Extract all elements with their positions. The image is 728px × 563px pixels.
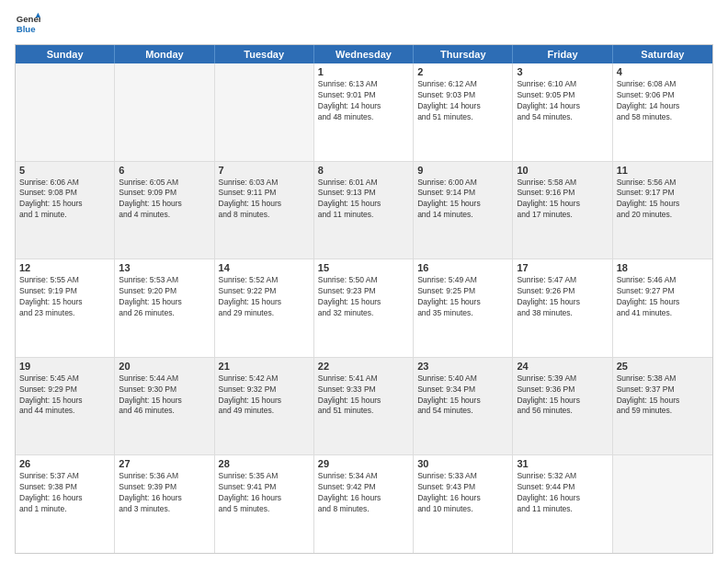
calendar-cell: 6Sunrise: 6:05 AM Sunset: 9:09 PM Daylig… [115, 162, 214, 259]
calendar-cell: 28Sunrise: 5:35 AM Sunset: 9:41 PM Dayli… [215, 455, 314, 553]
day-header-thursday: Thursday [414, 45, 513, 63]
cell-info: Sunrise: 5:33 AM Sunset: 9:43 PM Dayligh… [417, 471, 508, 515]
cell-info: Sunrise: 5:34 AM Sunset: 9:42 PM Dayligh… [318, 471, 409, 515]
cell-info: Sunrise: 6:06 AM Sunset: 9:08 PM Dayligh… [19, 178, 110, 222]
cell-info: Sunrise: 5:53 AM Sunset: 9:20 PM Dayligh… [119, 275, 210, 319]
cell-info: Sunrise: 6:00 AM Sunset: 9:14 PM Dayligh… [417, 178, 508, 222]
cell-date-number: 27 [119, 458, 210, 469]
cell-date-number: 4 [617, 66, 709, 77]
cell-info: Sunrise: 5:35 AM Sunset: 9:41 PM Dayligh… [219, 471, 310, 515]
calendar-cell: 21Sunrise: 5:42 AM Sunset: 9:32 PM Dayli… [215, 358, 314, 455]
cell-info: Sunrise: 5:55 AM Sunset: 9:19 PM Dayligh… [19, 275, 110, 319]
day-header-tuesday: Tuesday [215, 45, 314, 63]
calendar-cell [115, 63, 214, 161]
calendar-cell: 8Sunrise: 6:01 AM Sunset: 9:13 PM Daylig… [314, 162, 414, 259]
calendar-cell: 17Sunrise: 5:47 AM Sunset: 9:26 PM Dayli… [513, 259, 612, 357]
cell-date-number: 14 [219, 262, 310, 273]
page: General Blue SundayMondayTuesdayWednesda… [0, 0, 728, 563]
calendar-cell: 23Sunrise: 5:40 AM Sunset: 9:34 PM Dayli… [414, 358, 513, 455]
calendar-cell: 1Sunrise: 6:13 AM Sunset: 9:01 PM Daylig… [314, 63, 414, 161]
calendar-cell: 7Sunrise: 6:03 AM Sunset: 9:11 PM Daylig… [215, 162, 314, 259]
calendar: SundayMondayTuesdayWednesdayThursdayFrid… [15, 44, 713, 554]
cell-info: Sunrise: 5:50 AM Sunset: 9:23 PM Dayligh… [318, 275, 409, 319]
calendar-cell: 3Sunrise: 6:10 AM Sunset: 9:05 PM Daylig… [513, 63, 612, 161]
day-header-monday: Monday [115, 45, 214, 63]
cell-date-number: 19 [19, 361, 110, 372]
cell-date-number: 30 [417, 458, 508, 469]
calendar-cell: 2Sunrise: 6:12 AM Sunset: 9:03 PM Daylig… [414, 63, 513, 161]
week-row-4: 26Sunrise: 5:37 AM Sunset: 9:38 PM Dayli… [16, 455, 712, 553]
calendar-cell: 13Sunrise: 5:53 AM Sunset: 9:20 PM Dayli… [115, 259, 214, 357]
calendar-cell: 22Sunrise: 5:41 AM Sunset: 9:33 PM Dayli… [314, 358, 414, 455]
calendar-cell: 30Sunrise: 5:33 AM Sunset: 9:43 PM Dayli… [414, 455, 513, 553]
calendar-cell: 19Sunrise: 5:45 AM Sunset: 9:29 PM Dayli… [16, 358, 115, 455]
calendar-cell [16, 63, 115, 161]
week-row-3: 19Sunrise: 5:45 AM Sunset: 9:29 PM Dayli… [16, 358, 712, 456]
cell-info: Sunrise: 5:56 AM Sunset: 9:17 PM Dayligh… [617, 178, 709, 222]
calendar-cell: 31Sunrise: 5:32 AM Sunset: 9:44 PM Dayli… [513, 455, 612, 553]
calendar-cell: 4Sunrise: 6:08 AM Sunset: 9:06 PM Daylig… [613, 63, 712, 161]
day-header-friday: Friday [513, 45, 612, 63]
cell-date-number: 18 [617, 262, 709, 273]
cell-date-number: 1 [318, 66, 409, 77]
cell-info: Sunrise: 6:13 AM Sunset: 9:01 PM Dayligh… [318, 79, 409, 123]
cell-date-number: 2 [417, 66, 508, 77]
calendar-cell: 24Sunrise: 5:39 AM Sunset: 9:36 PM Dayli… [513, 358, 612, 455]
cell-info: Sunrise: 5:41 AM Sunset: 9:33 PM Dayligh… [318, 373, 409, 418]
cell-date-number: 28 [219, 458, 310, 469]
calendar-cell: 27Sunrise: 5:36 AM Sunset: 9:39 PM Dayli… [115, 455, 214, 553]
calendar-cell: 15Sunrise: 5:50 AM Sunset: 9:23 PM Dayli… [314, 259, 414, 357]
cell-date-number: 15 [318, 262, 409, 273]
cell-date-number: 29 [318, 458, 409, 469]
week-row-0: 1Sunrise: 6:13 AM Sunset: 9:01 PM Daylig… [16, 63, 712, 162]
header: General Blue [15, 11, 713, 37]
cell-info: Sunrise: 5:40 AM Sunset: 9:34 PM Dayligh… [417, 373, 508, 418]
cell-info: Sunrise: 5:52 AM Sunset: 9:22 PM Dayligh… [219, 275, 310, 319]
cell-date-number: 26 [19, 458, 110, 469]
cell-info: Sunrise: 5:45 AM Sunset: 9:29 PM Dayligh… [19, 373, 110, 418]
cell-info: Sunrise: 6:01 AM Sunset: 9:13 PM Dayligh… [318, 178, 409, 222]
cell-date-number: 12 [19, 262, 110, 273]
calendar-cell: 14Sunrise: 5:52 AM Sunset: 9:22 PM Dayli… [215, 259, 314, 357]
cell-date-number: 31 [517, 458, 608, 469]
cell-info: Sunrise: 6:08 AM Sunset: 9:06 PM Dayligh… [617, 79, 709, 123]
day-header-saturday: Saturday [613, 45, 712, 63]
cell-info: Sunrise: 6:03 AM Sunset: 9:11 PM Dayligh… [219, 178, 310, 222]
calendar-header: SundayMondayTuesdayWednesdayThursdayFrid… [16, 45, 712, 63]
logo: General Blue [15, 11, 40, 37]
cell-date-number: 16 [417, 262, 508, 273]
cell-date-number: 13 [119, 262, 210, 273]
cell-date-number: 17 [517, 262, 608, 273]
calendar-cell: 25Sunrise: 5:38 AM Sunset: 9:37 PM Dayli… [613, 358, 712, 455]
cell-info: Sunrise: 5:36 AM Sunset: 9:39 PM Dayligh… [119, 471, 210, 515]
cell-info: Sunrise: 5:44 AM Sunset: 9:30 PM Dayligh… [119, 373, 210, 418]
cell-info: Sunrise: 5:47 AM Sunset: 9:26 PM Dayligh… [517, 275, 608, 319]
calendar-cell: 29Sunrise: 5:34 AM Sunset: 9:42 PM Dayli… [314, 455, 414, 553]
calendar-cell: 26Sunrise: 5:37 AM Sunset: 9:38 PM Dayli… [16, 455, 115, 553]
calendar-cell: 12Sunrise: 5:55 AM Sunset: 9:19 PM Dayli… [16, 259, 115, 357]
cell-date-number: 22 [318, 361, 409, 372]
day-header-wednesday: Wednesday [314, 45, 414, 63]
cell-info: Sunrise: 5:39 AM Sunset: 9:36 PM Dayligh… [517, 373, 608, 418]
calendar-cell: 11Sunrise: 5:56 AM Sunset: 9:17 PM Dayli… [613, 162, 712, 259]
week-row-1: 5Sunrise: 6:06 AM Sunset: 9:08 PM Daylig… [16, 162, 712, 260]
cell-date-number: 21 [219, 361, 310, 372]
cell-info: Sunrise: 5:46 AM Sunset: 9:27 PM Dayligh… [617, 275, 709, 319]
cell-info: Sunrise: 5:32 AM Sunset: 9:44 PM Dayligh… [517, 471, 608, 515]
day-header-sunday: Sunday [16, 45, 115, 63]
cell-date-number: 10 [517, 165, 608, 176]
cell-date-number: 8 [318, 165, 409, 176]
cell-info: Sunrise: 5:38 AM Sunset: 9:37 PM Dayligh… [617, 373, 709, 418]
calendar-cell: 20Sunrise: 5:44 AM Sunset: 9:30 PM Dayli… [115, 358, 214, 455]
cell-info: Sunrise: 5:37 AM Sunset: 9:38 PM Dayligh… [19, 471, 110, 515]
cell-date-number: 7 [219, 165, 310, 176]
svg-text:Blue: Blue [17, 24, 36, 34]
calendar-body: 1Sunrise: 6:13 AM Sunset: 9:01 PM Daylig… [16, 63, 712, 553]
cell-date-number: 20 [119, 361, 210, 372]
cell-date-number: 3 [517, 66, 608, 77]
cell-date-number: 11 [617, 165, 709, 176]
logo-icon: General Blue [15, 11, 40, 37]
cell-info: Sunrise: 6:10 AM Sunset: 9:05 PM Dayligh… [517, 79, 608, 123]
calendar-cell: 9Sunrise: 6:00 AM Sunset: 9:14 PM Daylig… [414, 162, 513, 259]
cell-date-number: 25 [617, 361, 709, 372]
